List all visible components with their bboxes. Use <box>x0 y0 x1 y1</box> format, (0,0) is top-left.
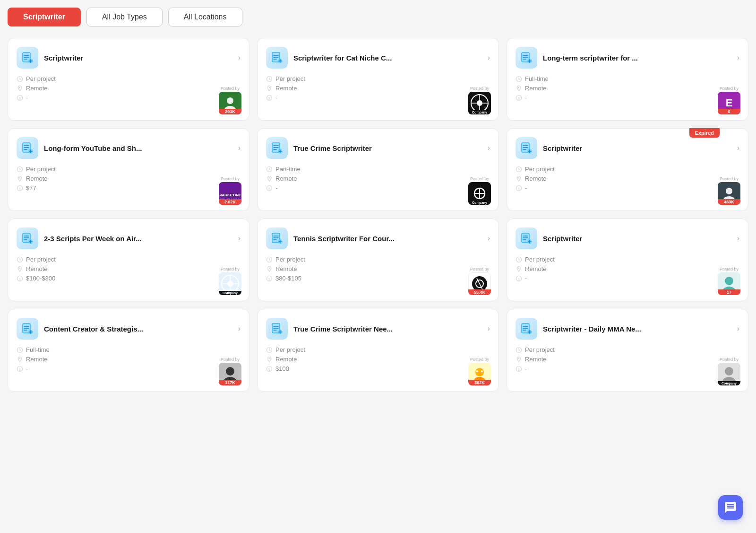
job-icon <box>266 137 288 159</box>
posted-by-section: Posted by MARKETINGMILLENNIALS 2.62K <box>219 176 241 205</box>
money-icon: $ <box>17 275 23 282</box>
location-icon <box>266 356 273 363</box>
job-location: Remote <box>26 85 48 92</box>
location-row: Remote <box>17 356 241 363</box>
location-icon <box>515 356 522 363</box>
job-card[interactable]: Scriptwriter for Cat Niche C... › Per pr… <box>257 38 499 121</box>
job-card[interactable]: Content Creator & Strategis... › Full-ti… <box>8 309 249 392</box>
job-types-filter-button[interactable]: All Job Types <box>86 8 163 26</box>
posted-by-label: Posted by <box>720 267 739 271</box>
job-title: Tennis Scriptwriter For Cour... <box>293 235 482 243</box>
location-row: Remote <box>515 175 739 182</box>
job-location: Remote <box>26 356 48 363</box>
job-icon <box>17 47 38 69</box>
locations-filter-button[interactable]: All Locations <box>168 8 242 26</box>
posted-by-section: Posted by Company <box>468 86 491 114</box>
card-meta: Per project Remote $ - <box>266 75 490 101</box>
job-location: Remote <box>26 175 48 182</box>
job-card[interactable]: Scriptwriter › Per project Remote $ - Po… <box>507 218 748 301</box>
svg-text:$: $ <box>518 277 520 280</box>
chevron-right-icon: › <box>488 144 490 152</box>
location-row: Remote <box>515 85 739 92</box>
job-salary: - <box>26 94 28 101</box>
salary-row: $ - <box>17 94 241 101</box>
clock-icon <box>515 166 522 173</box>
svg-point-180 <box>725 367 733 376</box>
salary-row: $ - <box>515 275 739 282</box>
payment-type-row: Per project <box>515 166 739 173</box>
job-salary: $100 <box>275 365 289 372</box>
chevron-right-icon: › <box>737 234 739 243</box>
job-salary: - <box>525 275 527 282</box>
posted-by-section: Posted by Company <box>468 176 491 205</box>
payment-type-row: Full-time <box>515 75 739 82</box>
job-card[interactable]: Long-form YouTube and Sh... › Per projec… <box>8 128 249 211</box>
svg-text:$: $ <box>268 367 270 371</box>
chevron-right-icon: › <box>737 324 739 333</box>
location-icon <box>17 175 23 182</box>
card-meta: Per project Remote $ - <box>17 75 241 101</box>
job-icon <box>17 137 38 159</box>
card-meta: Per project Remote $ - <box>515 346 739 372</box>
payment-type: Per project <box>275 75 305 82</box>
chevron-right-icon: › <box>238 144 241 152</box>
job-card[interactable]: Scriptwriter › Per project Remote $ - Po… <box>8 38 249 121</box>
job-title: Scriptwriter for Cat Niche C... <box>293 54 482 62</box>
payment-type: Full-time <box>26 346 50 353</box>
posted-by-label: Posted by <box>720 86 739 91</box>
money-icon: $ <box>515 366 522 372</box>
job-card[interactable]: True Crime Scriptwriter Nee... › Per pro… <box>257 309 499 392</box>
job-title: Scriptwriter <box>543 144 731 152</box>
svg-point-166 <box>481 370 483 372</box>
card-header: True Crime Scriptwriter › <box>266 137 490 159</box>
money-icon: $ <box>515 95 522 101</box>
payment-type: Per project <box>275 346 305 353</box>
chat-fab-button[interactable] <box>718 495 743 520</box>
card-header: 2-3 Scripts Per Week on Air... › <box>17 227 241 249</box>
location-icon <box>266 85 273 92</box>
job-card[interactable]: Tennis Scriptwriter For Cour... › Per pr… <box>257 218 499 301</box>
card-meta: Per project Remote $ $100 <box>266 346 490 372</box>
job-location: Remote <box>275 85 297 92</box>
payment-type-row: Per project <box>266 256 490 263</box>
card-meta: Full-time Remote $ - <box>17 346 241 372</box>
job-salary: $80-$105 <box>275 275 301 282</box>
posted-by-label: Posted by <box>720 357 739 362</box>
money-icon: $ <box>266 185 273 192</box>
svg-point-83 <box>518 177 519 178</box>
job-salary: - <box>525 184 527 192</box>
job-card[interactable]: 2-3 Scripts Per Week on Air... › Per pro… <box>8 218 249 301</box>
posted-by-section: Posted by 117K <box>219 357 241 385</box>
job-salary: - <box>275 94 277 101</box>
job-location: Remote <box>525 175 547 182</box>
posted-by-section: Posted by Company <box>219 267 241 295</box>
svg-text:$: $ <box>518 187 520 190</box>
location-row: Remote <box>17 265 241 272</box>
money-icon: $ <box>266 366 273 372</box>
svg-point-98 <box>19 267 20 268</box>
job-icon <box>515 227 537 249</box>
card-header: Scriptwriter › <box>17 47 241 69</box>
location-icon <box>515 175 522 182</box>
job-icon <box>515 47 537 69</box>
job-card[interactable]: True Crime Scriptwriter › Part-time Remo… <box>257 128 499 211</box>
posted-by-label: Posted by <box>221 176 240 181</box>
svg-text:$: $ <box>268 187 270 190</box>
location-icon <box>17 85 23 92</box>
job-card[interactable]: Expired Scriptwriter › Per project Remot… <box>507 128 748 211</box>
posted-by-label: Posted by <box>720 176 739 181</box>
svg-text:$: $ <box>19 277 21 280</box>
salary-row: $ - <box>515 94 739 101</box>
payment-type: Per project <box>525 166 555 173</box>
clock-icon <box>17 166 23 173</box>
payment-type: Per project <box>525 256 555 263</box>
search-filter-button[interactable]: Scriptwriter <box>8 8 81 26</box>
job-location: Remote <box>275 265 297 272</box>
svg-point-9 <box>19 87 20 87</box>
location-row: Remote <box>266 356 490 363</box>
job-card[interactable]: Long-term scriptwriter for ... › Full-ti… <box>507 38 748 121</box>
svg-point-40 <box>518 87 519 87</box>
chevron-right-icon: › <box>737 53 739 62</box>
job-card[interactable]: Scriptwriter - Daily MMA Ne... › Per pro… <box>507 309 748 392</box>
job-icon <box>515 318 537 340</box>
